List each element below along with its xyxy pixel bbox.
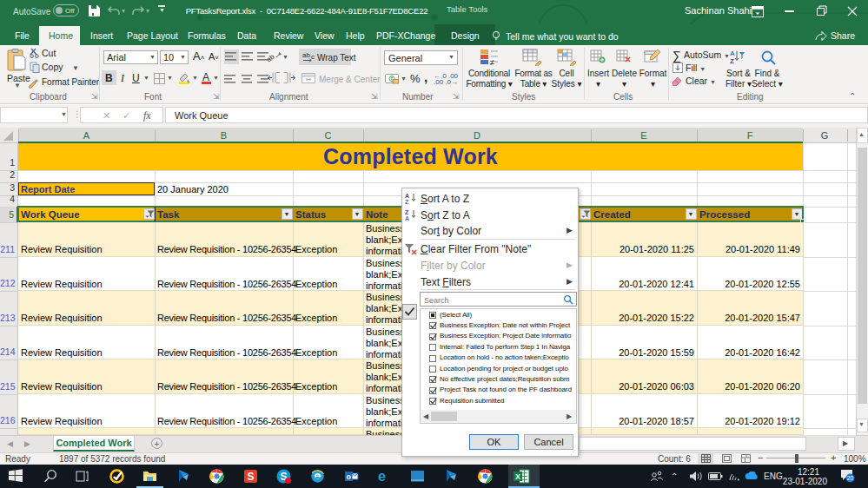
svg-text:ab: ab [302,51,310,59]
svg-text:o: o [347,472,352,481]
svg-text:S: S [248,471,255,483]
svg-text:c: c [311,53,315,61]
svg-text:A: A [730,49,735,57]
svg-text:20: 20 [847,475,854,481]
svg-text:≠: ≠ [490,58,494,66]
svg-text:ab: ab [268,52,276,63]
svg-text:X: X [515,472,520,481]
svg-text:e: e [378,469,386,484]
svg-text:Z: Z [730,57,734,65]
